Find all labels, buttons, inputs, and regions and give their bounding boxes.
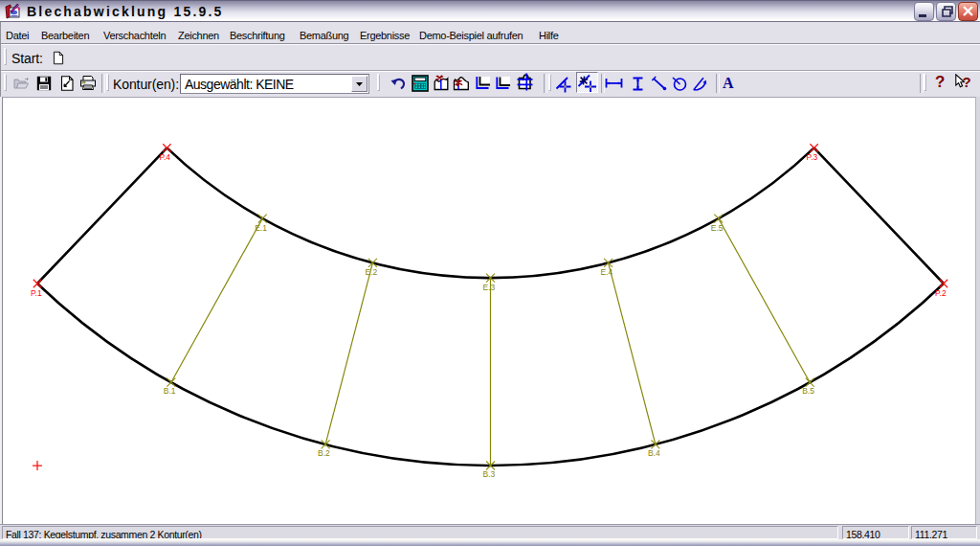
svg-text:E.3: E.3 (483, 283, 496, 292)
svg-text:B.4: B.4 (648, 448, 660, 458)
svg-text:P.4: P.4 (159, 152, 170, 162)
svg-text:E.2: E.2 (365, 267, 377, 277)
svg-text:B.1: B.1 (164, 386, 176, 396)
svg-text:P.1: P.1 (31, 288, 42, 298)
svg-text:P.3: P.3 (807, 152, 818, 162)
svg-text:B.3: B.3 (483, 469, 496, 479)
svg-text:B.2: B.2 (318, 448, 330, 458)
svg-text:E.1: E.1 (255, 223, 267, 233)
svg-text:P.2: P.2 (935, 288, 947, 298)
svg-text:B.5: B.5 (802, 386, 814, 396)
svg-text:E.5: E.5 (711, 223, 724, 233)
svg-text:E.4: E.4 (601, 267, 613, 277)
